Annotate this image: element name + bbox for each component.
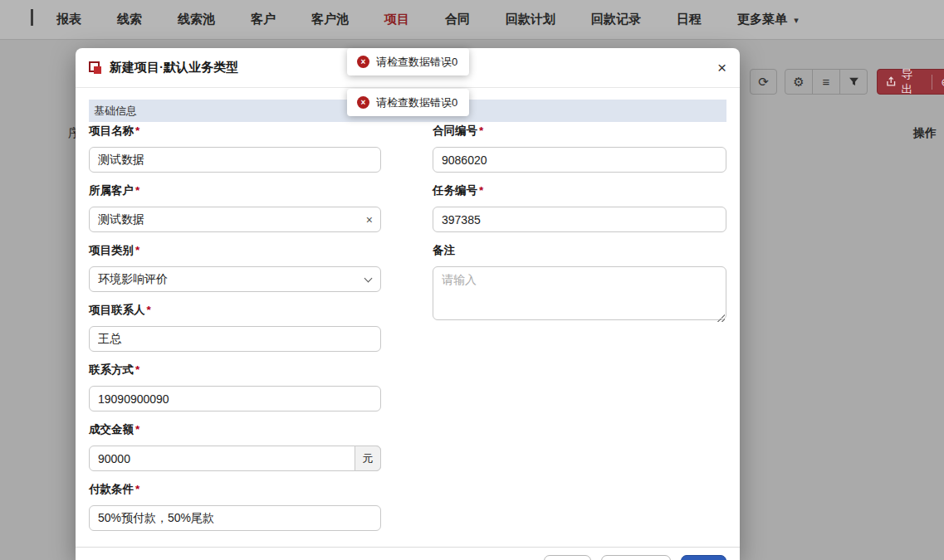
field-label: 任务编号* <box>433 183 726 199</box>
field-task-number: 任务编号* <box>433 183 726 232</box>
task-number-input[interactable] <box>433 207 726 232</box>
refresh-button[interactable]: ⟳ <box>750 69 777 95</box>
contract-number-input[interactable] <box>433 147 726 173</box>
error-icon: × <box>357 56 369 68</box>
project-category-select[interactable]: 环境影响评价 <box>89 266 381 292</box>
remarks-textarea[interactable] <box>433 266 726 320</box>
form-grid: 项目名称* 所属客户* × <box>89 122 726 531</box>
error-icon: × <box>357 96 369 109</box>
field-label: 所属客户* <box>89 183 381 199</box>
form-right-column: 合同编号* 任务编号* 备注 <box>433 122 726 531</box>
nav-item-leads[interactable]: 线索 <box>117 12 142 27</box>
modal-body: 基础信息 项目名称* 所属客户* <box>76 100 740 531</box>
new-project-icon <box>89 61 101 74</box>
field-label: 成交金额* <box>89 421 381 438</box>
settings-button[interactable]: ⚙ <box>785 70 813 94</box>
actions-column-header: 操作 <box>913 126 937 141</box>
project-name-input[interactable] <box>89 147 381 173</box>
menu-icon: ≡ <box>823 75 830 89</box>
field-label: 付款条件* <box>89 481 381 498</box>
nav-item-payment-records[interactable]: 回款记录 <box>591 12 641 27</box>
nav-item-schedule[interactable]: 日程 <box>677 12 702 27</box>
field-label: 项目联系人* <box>89 302 381 319</box>
customer-input[interactable] <box>89 207 381 232</box>
modal-title: 新建项目·默认业务类型 <box>110 60 238 75</box>
export-button[interactable]: 导出 ⊕ <box>877 69 944 95</box>
field-label: 备注 <box>433 242 726 259</box>
field-label: 联系方式* <box>89 362 381 378</box>
project-contact-input[interactable] <box>89 326 381 352</box>
payment-terms-input[interactable] <box>89 505 381 531</box>
error-toast: × 请检查数据错误0 <box>347 89 469 116</box>
modal-footer <box>76 547 740 560</box>
plus-circle-icon[interactable]: ⊕ <box>941 75 944 89</box>
deal-amount-input[interactable] <box>89 446 381 471</box>
chevron-down-icon: ▾ <box>794 15 799 25</box>
currency-unit-addon: 元 <box>355 446 381 471</box>
form-left-column: 项目名称* 所属客户* × <box>89 122 381 531</box>
field-project-contact: 项目联系人* <box>89 302 381 352</box>
export-icon <box>886 76 896 87</box>
field-label: 合同编号* <box>433 123 726 139</box>
field-project-category: 项目类别* 环境影响评价 <box>89 242 381 292</box>
filter-icon <box>849 76 859 87</box>
contact-phone-input[interactable] <box>89 386 381 411</box>
toast-message: 请检查数据错误0 <box>376 55 457 70</box>
nav-item-customer-pool[interactable]: 客户池 <box>311 12 349 27</box>
columns-button[interactable]: ≡ <box>813 70 840 94</box>
clear-icon[interactable]: × <box>366 213 373 226</box>
footer-primary-button[interactable] <box>681 555 726 560</box>
refresh-icon: ⟳ <box>758 75 769 90</box>
field-label: 项目名称* <box>89 123 381 139</box>
nav-item-reports[interactable]: 报表 <box>56 12 81 27</box>
field-customer: 所属客户* × <box>89 183 381 232</box>
filter-button[interactable] <box>840 70 867 94</box>
nav-item-more-menu[interactable]: 更多菜单 ▾ <box>737 12 799 27</box>
nav-item-lead-pool[interactable]: 线索池 <box>178 12 215 27</box>
nav-item-payment-plans[interactable]: 回款计划 <box>506 12 555 27</box>
more-menu-label: 更多菜单 <box>737 12 787 26</box>
field-label: 项目类别* <box>89 242 381 259</box>
list-tools-group: ⚙ ≡ <box>785 69 868 95</box>
top-navigation: 报表 线索 线索池 客户 客户池 项目 合同 回款计划 回款记录 日程 更多菜单… <box>0 0 944 40</box>
toast-message: 请检查数据错误0 <box>376 95 457 110</box>
nav-item-projects[interactable]: 项目 <box>384 12 409 27</box>
footer-button-1[interactable] <box>544 555 591 560</box>
field-project-name: 项目名称* <box>89 123 381 173</box>
field-contact-phone: 联系方式* <box>89 362 381 411</box>
section-title: 基础信息 <box>94 104 137 119</box>
button-divider <box>932 75 932 90</box>
field-deal-amount: 成交金额* 元 <box>89 421 381 471</box>
field-payment-terms: 付款条件* <box>89 481 381 531</box>
new-project-modal: 新建项目·默认业务类型 × 基础信息 项目名称* 所属客户* <box>76 48 740 560</box>
selected-option: 环境影响评价 <box>98 272 168 287</box>
field-contract-number: 合同编号* <box>433 123 726 173</box>
error-toast: × 请检查数据错误0 <box>347 48 469 75</box>
close-icon[interactable]: × <box>717 60 726 75</box>
nav-item-customers[interactable]: 客户 <box>251 12 276 27</box>
export-label: 导出 <box>901 67 923 97</box>
nav-item-contracts[interactable]: 合同 <box>445 12 470 27</box>
logo-fragment <box>31 9 33 26</box>
field-remarks: 备注 <box>433 242 726 324</box>
footer-button-2[interactable] <box>601 555 671 560</box>
gear-icon: ⚙ <box>793 75 804 90</box>
